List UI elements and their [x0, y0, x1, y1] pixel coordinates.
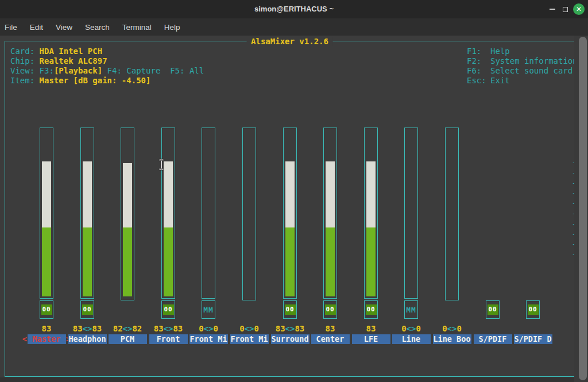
volume-fill-green-front-3	[164, 227, 173, 296]
close-button[interactable]: ✕	[573, 3, 585, 15]
value-right: 82	[132, 324, 142, 333]
volume-fill-white-front-3	[164, 161, 173, 227]
value-left: 0	[199, 324, 203, 333]
volume-fill-white-master-0	[42, 161, 51, 227]
value-right: 83	[295, 324, 304, 333]
value-separator: <>	[123, 324, 133, 333]
mute-box-headphon-1: 00	[80, 300, 94, 319]
scrollbar[interactable]	[574, 36, 588, 382]
mute-indicator: 00	[528, 304, 539, 315]
value-left: 0	[442, 324, 447, 333]
close-icon: ✕	[576, 3, 582, 15]
volume-bar-front-mi-5	[242, 128, 256, 300]
mute-indicator: 00	[366, 304, 377, 315]
volume-fill-white-headphon-1	[83, 161, 92, 227]
volume-bar-front-mi-4	[202, 128, 215, 299]
value-left: 82	[113, 324, 123, 333]
channel-value-headphon-1: 83<>83	[64, 324, 110, 333]
channel-value-front-mi-5: 0<>0	[226, 324, 272, 333]
value-separator: <>	[407, 324, 416, 333]
mute-box-s-pdif-d-12: 00	[526, 300, 540, 319]
channel-name: S/PDIF D	[514, 334, 552, 344]
value-left: 83	[276, 324, 285, 333]
value-separator: <>	[447, 324, 457, 333]
value-mono: 83	[42, 324, 52, 333]
menu-item-view[interactable]: View	[52, 21, 76, 34]
volume-bar-line-boo-10	[445, 128, 459, 300]
mute-indicator: MM	[203, 306, 214, 314]
mute-indicator: 00	[82, 304, 93, 315]
volume-fill-green-headphon-1	[83, 227, 92, 296]
channel-value-lfe-8: 83	[348, 324, 394, 333]
maximize-button[interactable]	[559, 3, 571, 15]
value-separator: <>	[204, 324, 214, 333]
value-left: 0	[401, 324, 406, 333]
volume-fill-green-pcm-2	[123, 227, 132, 296]
menu-item-help[interactable]: Help	[160, 21, 184, 34]
scrollbar-thumb[interactable]	[579, 37, 587, 380]
value-mono: 83	[366, 324, 376, 333]
volume-fill-white-pcm-2	[123, 163, 132, 227]
value-right: 0	[457, 324, 461, 333]
mute-indicator: 00	[325, 304, 336, 315]
value-right: 83	[173, 324, 183, 333]
minimize-button[interactable]	[547, 3, 558, 15]
menu-item-terminal[interactable]: Terminal	[118, 21, 156, 34]
mute-indicator: 00	[488, 304, 498, 315]
channel-value-pcm-2: 82<>82	[105, 324, 150, 333]
channel-value-front-mi-4: 0<>0	[185, 324, 231, 333]
value-right: 0	[416, 324, 420, 333]
menu-item-file[interactable]: File	[1, 21, 21, 34]
mute-box-lfe-8: 00	[364, 300, 378, 319]
value-separator: <>	[285, 324, 295, 333]
alsamixer-box: AlsaMixer v1.2.6 Card: HDA Intel PCHChip…	[5, 41, 575, 377]
menu-item-search[interactable]: Search	[81, 21, 114, 34]
terminal-bottom-edge	[0, 377, 579, 382]
menubar: FileEditViewSearchTerminalHelp	[0, 18, 588, 36]
volume-bar-line-9	[404, 128, 418, 299]
window-title: simon@ERITHACUS ~	[0, 0, 588, 18]
value-mono: 83	[326, 324, 335, 333]
value-right: 0	[213, 324, 218, 333]
value-separator: <>	[83, 324, 92, 333]
channel-value-front-3: 83<>83	[145, 324, 191, 333]
mute-box-surround-6: 00	[283, 300, 297, 319]
mute-indicator: MM	[406, 306, 416, 314]
terminal-screen[interactable]: AlsaMixer v1.2.6 Card: HDA Intel PCHChip…	[0, 36, 588, 382]
volume-fill-green-lfe-8	[366, 227, 376, 296]
channel-label-s-pdif-d-12: S/PDIF D	[504, 334, 562, 344]
value-left: 83	[154, 324, 164, 333]
volume-fill-white-center-7	[326, 161, 335, 227]
volume-fill-green-master-0	[42, 227, 51, 296]
mute-indicator: 00	[285, 304, 296, 315]
volume-fill-white-surround-6	[285, 161, 295, 227]
mute-indicator: 00	[41, 304, 52, 315]
terminal-window: simon@ERITHACUS ~ ✕ FileEditViewSearchTe…	[0, 0, 588, 382]
mute-box-line-9: MM	[404, 300, 418, 319]
titlebar[interactable]: simon@ERITHACUS ~ ✕	[0, 0, 588, 18]
channel-value-line-boo-10: 0<>0	[429, 324, 475, 333]
channel-value-master-0: 83	[24, 324, 69, 333]
mute-box-master-0: 00	[40, 300, 53, 319]
mute-box-front-mi-4: MM	[202, 300, 215, 319]
minimize-icon	[550, 9, 555, 10]
maximize-icon	[563, 7, 568, 12]
value-right: 0	[254, 324, 258, 333]
channel-value-center-7: 83	[307, 324, 353, 333]
value-left: 0	[239, 324, 244, 333]
menu-item-edit[interactable]: Edit	[26, 21, 47, 34]
mute-box-center-7: 00	[323, 300, 337, 319]
mute-box-s-pdif-11: 00	[486, 300, 500, 319]
value-separator: <>	[245, 324, 254, 333]
volume-fill-white-lfe-8	[366, 161, 376, 227]
channel-value-line-9: 0<>0	[388, 324, 434, 333]
mute-box-front-3: 00	[161, 300, 175, 319]
mute-indicator: 00	[163, 304, 174, 315]
volume-fill-green-surround-6	[285, 227, 295, 296]
value-left: 83	[73, 324, 83, 333]
text-cursor-pointer	[158, 159, 165, 171]
value-separator: <>	[164, 324, 173, 333]
selected-left-arrow: <	[22, 334, 28, 344]
channels-area: 0083<Master>0083<>83Headphon82<>82PCM008…	[5, 41, 574, 376]
channel-value-surround-6: 83<>83	[267, 324, 313, 333]
